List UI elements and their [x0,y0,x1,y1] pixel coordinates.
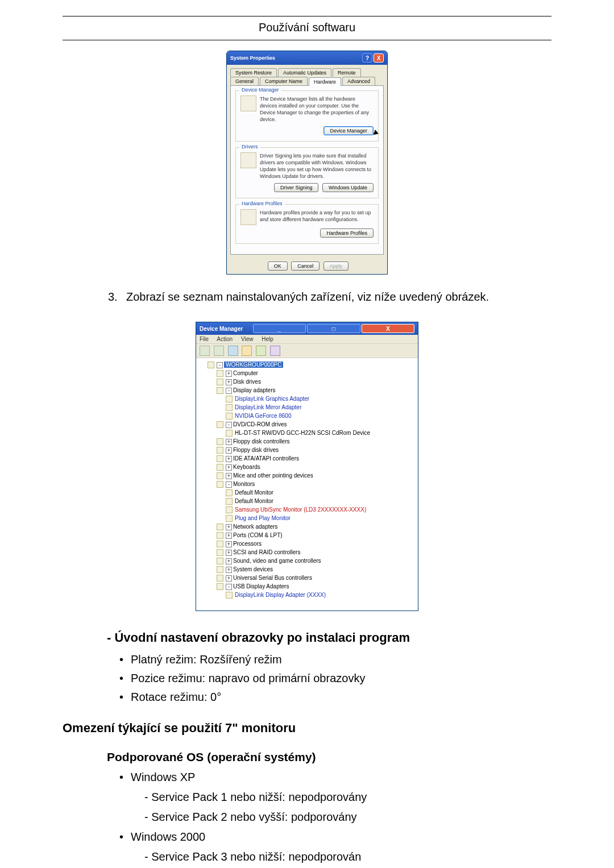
list-item: Rotace režimu: 0° [119,691,551,704]
forward-icon[interactable] [214,346,224,356]
menu-view[interactable]: View [241,336,254,342]
tree-node[interactable]: +SCSI and RAID controllers [217,548,416,556]
expander-icon[interactable]: + [226,473,232,479]
devmgr-toolbar [196,344,418,358]
expander-icon[interactable]: + [226,533,232,539]
help-icon[interactable]: ? [362,53,372,63]
step-text: Zobrazí se seznam nainstalovaných zaříze… [126,290,551,304]
expander-icon[interactable]: + [226,447,232,454]
tree-leaf[interactable]: HL-DT-ST RW/DVD GCC-H22N SCSI CdRom Devi… [226,429,416,437]
devmgr-titlebar: Device Manager _ □ X [196,322,418,335]
group-device-manager: Device Manager The Device Manager lists … [235,90,379,142]
tab-hardware[interactable]: Hardware [309,77,341,86]
menu-file[interactable]: File [200,336,209,342]
tree-node[interactable]: -USB Display AdaptersDisplayLink Display… [217,582,416,599]
hardware-profiles-icon [240,209,256,225]
print-icon[interactable] [242,346,252,356]
devmgr-menubar: File Action View Help [196,335,418,344]
tree-leaf[interactable]: Plug and Play Monitor [226,514,416,522]
tree-node[interactable]: +Processors [217,539,416,548]
device-tree: -WORKGROUP000PC +Computer+Disk drives-Di… [196,358,418,610]
expander-icon[interactable]: + [226,524,232,530]
minimize-icon[interactable]: _ [253,324,306,333]
list-subitem: - Service Pack 3 nebo nižší: nepodporová… [144,850,551,863]
tree-leaf[interactable]: Samsung UbiSync Monitor (LD3 2XXXXXXX-XX… [226,505,416,514]
list-item: Windows XP- Service Pack 1 nebo nižší: n… [119,771,551,824]
properties-icon[interactable] [270,346,280,356]
list-item: Pozice režimu: napravo od primární obraz… [119,672,551,685]
cancel-button[interactable]: Cancel [291,261,320,271]
expander-icon[interactable]: + [226,439,232,445]
tree-node[interactable]: +Mice and other pointing devices [217,471,416,480]
devmgr-title: Device Manager [200,326,252,332]
tree-node[interactable]: -Display adaptersDisplayLink Graphics Ad… [217,386,416,420]
expander-icon[interactable]: + [226,371,232,377]
refresh-icon[interactable] [256,346,266,356]
expander-icon[interactable]: + [226,575,232,582]
expander-icon[interactable]: - [226,422,232,428]
tree-node[interactable]: +Computer [217,369,416,377]
tree-node[interactable]: +Universal Serial Bus controllers [217,574,416,582]
tree-node[interactable]: -DVD/CD-ROM drivesHL-DT-ST RW/DVD GCC-H2… [217,420,416,437]
tree-node[interactable]: +IDE ATA/ATAPI controllers [217,454,416,463]
heading-supported-os: Podporované OS (operační systémy) [107,750,551,764]
maximize-icon[interactable]: □ [307,324,360,333]
tree-node[interactable]: +Ports (COM & LPT) [217,531,416,539]
pc-icon[interactable] [228,346,238,356]
tree-node[interactable]: +Network adapters [217,522,416,531]
ok-button[interactable]: OK [268,261,288,271]
step-number: 3. [108,290,126,304]
apply-button[interactable]: Apply [323,261,349,271]
hardware-profiles-button[interactable]: Hardware Profiles [320,229,374,238]
tree-leaf[interactable]: DisplayLink Graphics Adapter [226,394,416,403]
tree-node[interactable]: +System devices [217,565,416,574]
close-icon[interactable]: X [374,53,384,63]
tree-leaf[interactable]: Default Monitor [226,497,416,505]
driver-signing-button[interactable]: Driver Signing [274,183,319,192]
expander-icon[interactable]: + [226,567,232,573]
tree-node[interactable]: +Disk drives [217,377,416,386]
tab-general[interactable]: General [230,77,259,85]
expander-icon[interactable]: + [226,464,232,471]
heading-limitations: Omezení týkající se použití 7" monitoru [63,721,551,736]
device-manager-icon [240,95,256,111]
tree-node[interactable]: +Keyboards [217,463,416,471]
expander-icon[interactable]: - [226,584,232,590]
tree-leaf[interactable]: Default Monitor [226,488,416,497]
tab-automatic-updates[interactable]: Automatic Updates [278,68,331,77]
tree-leaf[interactable]: NVIDIA GeForce 8600 [226,412,416,420]
expander-icon[interactable]: + [226,456,232,462]
tree-node[interactable]: +Floppy disk drives [217,446,416,454]
expander-icon[interactable]: + [226,541,232,547]
expander-icon[interactable]: - [226,481,232,488]
drivers-icon [240,152,256,168]
page-header: Používání softwaru [63,16,551,40]
back-icon[interactable] [200,346,210,356]
list-subitem: - Service Pack 1 nebo nižší: nepodporová… [144,791,551,804]
menu-action[interactable]: Action [217,336,233,342]
list-item: Windows 2000- Service Pack 3 nebo nižší:… [119,830,551,868]
expander-icon[interactable]: + [226,379,232,385]
close-icon[interactable]: X [362,324,415,333]
tab-computer-name[interactable]: Computer Name [260,77,308,85]
menu-help[interactable]: Help [262,336,273,342]
windows-update-button[interactable]: Windows Update [322,183,374,192]
tab-advanced[interactable]: Advanced [342,77,375,85]
tree-leaf[interactable]: DisplayLink Display Adapter (XXXX) [226,591,416,599]
system-properties-dialog: System Properties ? X System Restore Aut… [226,51,388,275]
tab-row-1: System Restore Automatic Updates Remote [230,68,384,77]
device-manager-button[interactable]: Device Manager [323,126,374,135]
tree-node[interactable]: +Sound, video and game controllers [217,556,416,565]
heading-initial-settings: - Úvodní nastavení obrazovky po instalac… [107,630,551,645]
tab-system-restore[interactable]: System Restore [230,68,277,77]
tree-node[interactable]: -MonitorsDefault MonitorDefault MonitorS… [217,480,416,522]
tree-node[interactable]: +Floppy disk controllers [217,437,416,446]
tab-row-2: General Computer Name Hardware Advanced [230,77,384,85]
tree-root[interactable]: -WORKGROUP000PC +Computer+Disk drives-Di… [208,360,416,599]
expander-icon[interactable]: + [226,558,232,564]
tab-remote[interactable]: Remote [333,68,361,77]
expander-icon[interactable]: + [226,550,232,556]
drivers-text: Driver Signing lets you make sure that i… [260,152,374,180]
expander-icon[interactable]: - [226,388,232,394]
tree-leaf[interactable]: DisplayLink Mirror Adapter [226,403,416,412]
